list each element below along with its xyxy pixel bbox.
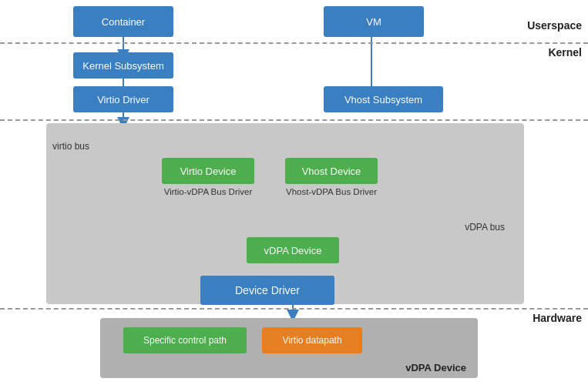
diagram: Userspace Kernel Hardware Container VM K… xyxy=(0,0,588,385)
specific-control-path-box: Specific control path xyxy=(123,327,247,353)
kernel-gray-divider xyxy=(0,119,588,121)
hardware-label: Hardware xyxy=(533,312,582,324)
container-box: Container xyxy=(73,6,173,37)
vhost-device-box: Vhost Device xyxy=(285,158,378,184)
virtio-datapath-box: Virtio datapath xyxy=(262,327,362,353)
userspace-kernel-divider xyxy=(0,42,588,44)
userspace-label: Userspace xyxy=(527,19,582,32)
vdpa-bus-label: vDPA bus xyxy=(465,222,505,233)
kernel-subsystem-box: Kernel Subsystem xyxy=(73,52,173,79)
vhost-vdpa-bus-driver-label: Vhost-vDPA Bus Driver xyxy=(281,187,381,196)
vdpa-device-inner-box: vDPA Device xyxy=(247,237,339,263)
vm-box: VM xyxy=(324,6,424,37)
vhost-subsystem-box: Vhost Subsystem xyxy=(324,86,443,112)
device-driver-box: Device Driver xyxy=(200,276,334,305)
virtio-bus-label: virtio bus xyxy=(52,141,89,152)
virtio-vdpa-bus-driver-label: Virtio-vDPA Bus Driver xyxy=(162,187,254,196)
hardware-region: Specific control path Virtio datapath vD… xyxy=(100,318,478,378)
virtio-device-box: Virtio Device xyxy=(162,158,254,184)
kernel-label: Kernel xyxy=(548,46,582,59)
vdpa-device-hw-label: vDPA Device xyxy=(405,362,466,373)
gray-hardware-divider xyxy=(0,308,588,310)
virtio-driver-box: Virtio Driver xyxy=(73,86,173,112)
